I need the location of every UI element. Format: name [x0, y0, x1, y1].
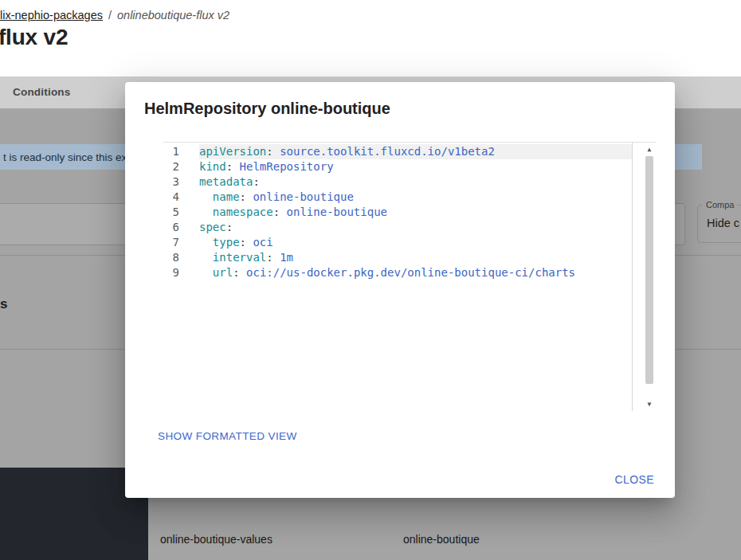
code-scrollbar[interactable]: ▲ ▼	[643, 143, 656, 411]
code-text: spec:	[199, 220, 632, 235]
code-text: type: oci	[199, 235, 632, 250]
section-heading-fragment: s	[0, 296, 7, 312]
helm-repository-dialog: HelmRepository online-boutique 1apiVersi…	[125, 82, 675, 498]
code-text: namespace: online-boutique	[199, 205, 632, 220]
comparison-select-label: Compa	[703, 200, 737, 210]
scroll-down-icon[interactable]: ▼	[643, 401, 656, 409]
line-number: 2	[163, 159, 179, 174]
code-line: 4 name: online-boutique	[163, 190, 632, 205]
code-lines: 1apiVersion: source.toolkit.fluxcd.io/v1…	[163, 144, 656, 280]
show-formatted-view-button[interactable]: SHOW FORMATTED VIEW	[151, 424, 304, 448]
breadcrumb-separator: /	[108, 9, 112, 22]
code-line: 7 type: oci	[163, 235, 632, 250]
code-line: 5 namespace: online-boutique	[163, 205, 632, 220]
line-number: 6	[163, 220, 179, 235]
line-number: 5	[163, 205, 179, 220]
line-number: 9	[163, 265, 179, 280]
editor-right-border	[632, 143, 633, 411]
page-title: flux v2	[0, 25, 68, 50]
comparison-select[interactable]: Compa Hide c	[697, 205, 741, 243]
tab-conditions[interactable]: Conditions	[13, 86, 71, 98]
yaml-editor[interactable]: 1apiVersion: source.toolkit.fluxcd.io/v1…	[163, 142, 656, 411]
code-text: url: oci://us-docker.pkg.dev/online-bout…	[199, 265, 632, 280]
page-header: lix-nephio-packages/onlineboutique-flux …	[0, 0, 741, 76]
table-cell: online-boutique-values	[160, 533, 272, 546]
close-button[interactable]: CLOSE	[607, 467, 662, 492]
code-text: apiVersion: source.toolkit.fluxcd.io/v1b…	[199, 144, 632, 159]
code-text: name: online-boutique	[199, 190, 632, 205]
table-cell: online-boutique	[403, 533, 480, 546]
line-number: 8	[163, 250, 179, 265]
line-number: 7	[163, 235, 179, 250]
code-text: metadata:	[199, 174, 632, 190]
code-line: 6spec:	[163, 220, 632, 235]
breadcrumb: lix-nephio-packages/onlineboutique-flux …	[0, 9, 229, 22]
code-line: 1apiVersion: source.toolkit.fluxcd.io/v1…	[163, 144, 632, 159]
code-line: 2kind: HelmRepository	[163, 159, 632, 174]
breadcrumb-current: onlineboutique-flux v2	[117, 9, 229, 22]
code-line: 9 url: oci://us-docker.pkg.dev/online-bo…	[163, 265, 632, 280]
code-line: 8 interval: 1m	[163, 250, 632, 265]
page-background: lix-nephio-packages/onlineboutique-flux …	[0, 0, 741, 560]
code-text: kind: HelmRepository	[199, 159, 632, 174]
dialog-title: HelmRepository online-boutique	[144, 100, 390, 118]
scroll-thumb[interactable]	[645, 156, 653, 384]
comparison-select-value: Hide c	[707, 217, 739, 229]
code-text: interval: 1m	[199, 250, 632, 265]
scroll-up-icon[interactable]: ▲	[643, 146, 656, 154]
info-banner-text: t is read-only since this ex	[3, 151, 127, 163]
line-number: 3	[163, 174, 179, 190]
breadcrumb-link[interactable]: lix-nephio-packages	[0, 9, 103, 22]
line-number: 1	[163, 144, 179, 159]
code-line: 3metadata:	[163, 174, 632, 190]
line-number: 4	[163, 190, 179, 205]
